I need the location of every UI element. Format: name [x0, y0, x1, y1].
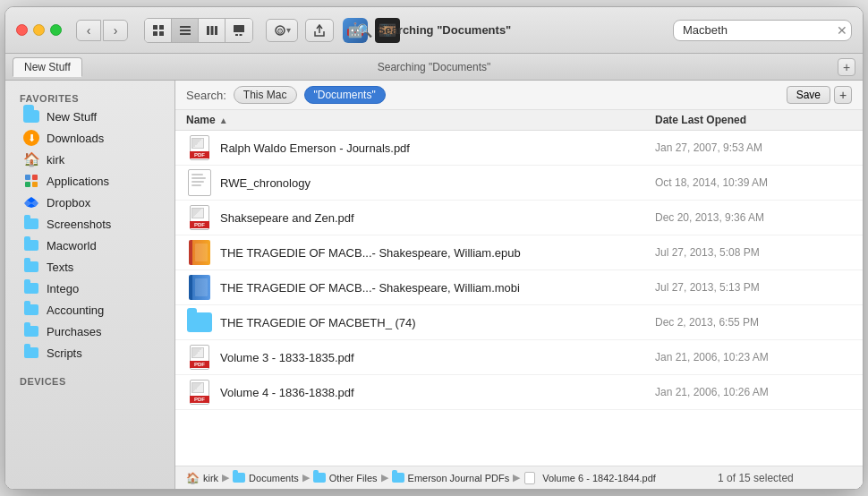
sidebar-item-scripts[interactable]: Scripts — [9, 342, 171, 363]
plus-button[interactable]: + — [834, 86, 852, 104]
file-list: PDF Ralph Waldo Emerson - Journals.pdf J… — [175, 131, 863, 466]
search-bar[interactable]: ✕ — [673, 20, 852, 41]
table-row[interactable]: THE TRAGEDIE OF MACBETH_ (74) Dec 2, 201… — [175, 305, 863, 340]
table-row[interactable]: THE TRAGEDIE OF MACB...- Shakespeare, Wi… — [175, 235, 863, 270]
search-label: Search: — [186, 89, 226, 102]
applications-icon — [23, 173, 39, 189]
file-date: Dec 2, 2013, 6:55 PM — [655, 316, 852, 329]
breadcrumb-documents-label: Documents — [249, 473, 299, 483]
sidebar-label-accounting: Accounting — [47, 304, 104, 317]
svg-rect-9 — [215, 26, 217, 35]
maximize-button[interactable] — [50, 24, 62, 36]
sidebar-item-new-stuff[interactable]: New Stuff — [9, 106, 171, 127]
minimize-button[interactable] — [33, 24, 45, 36]
breadcrumb-folder-icon-3 — [392, 473, 404, 483]
sidebar-item-downloads[interactable]: ⬇ Downloads — [9, 127, 171, 149]
gallery-view-button[interactable] — [226, 19, 252, 42]
column-date-header[interactable]: Date Last Opened — [655, 114, 852, 126]
file-icon-pdf: PDF — [186, 204, 213, 231]
home-icon: 🏠 — [23, 151, 39, 167]
share-button[interactable] — [305, 19, 334, 42]
svg-rect-21 — [32, 182, 38, 187]
sidebar-item-accounting[interactable]: Accounting — [9, 299, 171, 321]
table-row[interactable]: RWE_chronology Oct 18, 2014, 10:39 AM — [175, 166, 863, 201]
devices-label: Devices — [5, 371, 174, 389]
action-button[interactable]: ⚙ ▾ — [266, 19, 298, 42]
icon-view-button[interactable] — [145, 19, 172, 42]
sidebar-label-new-stuff: New Stuff — [47, 110, 97, 124]
breadcrumb-sep-4: ▶ — [513, 472, 520, 483]
file-date: Jan 27, 2007, 9:53 AM — [655, 141, 852, 154]
forward-button[interactable]: › — [103, 20, 128, 41]
svg-rect-4 — [180, 26, 191, 28]
close-button[interactable] — [16, 24, 28, 36]
svg-rect-20 — [25, 182, 30, 187]
scope-this-mac-button[interactable]: This Mac — [234, 86, 297, 104]
sidebar-label-kirk: kirk — [47, 153, 64, 167]
table-row[interactable]: PDF Shaksepeare and Zen.pdf Dec 20, 2013… — [175, 201, 863, 235]
column-name-header[interactable]: Name ▲ — [186, 114, 655, 126]
file-name: THE TRAGEDIE OF MACBETH_ (74) — [220, 316, 655, 329]
table-row[interactable]: PDF Ralph Waldo Emerson - Journals.pdf J… — [175, 131, 863, 166]
intego-folder-icon — [23, 280, 39, 296]
table-row[interactable]: THE TRAGEDIE OF MACB...- Shakespeare, Wi… — [175, 270, 863, 305]
sidebar-item-applications[interactable]: Applications — [9, 170, 171, 192]
search-clear-icon[interactable]: ✕ — [837, 23, 847, 38]
file-name: THE TRAGEDIE OF MACB...- Shakespeare, Wi… — [220, 246, 655, 260]
breadcrumb-volume6: Volume 6 - 1842-1844.pdf — [523, 471, 656, 485]
window-title: Searching "Documents" — [378, 23, 512, 37]
file-name: Ralph Waldo Emerson - Journals.pdf — [220, 141, 655, 155]
macworld-folder-icon — [23, 237, 39, 253]
title-area: 🔍 Searching "Documents" — [357, 23, 512, 38]
sidebar-item-kirk[interactable]: 🏠 kirk — [9, 149, 171, 170]
file-name: Volume 3 - 1833-1835.pdf — [220, 351, 655, 364]
folder-icon — [23, 108, 39, 124]
svg-rect-12 — [240, 34, 243, 36]
sidebar-item-purchases[interactable]: Purchases — [9, 321, 171, 342]
file-list-header: Name ▲ Date Last Opened — [175, 110, 863, 131]
back-button[interactable]: ‹ — [76, 20, 101, 41]
svg-rect-0 — [153, 25, 157, 30]
sidebar-item-intego[interactable]: Intego — [9, 278, 171, 299]
breadcrumb-sep-1: ▶ — [222, 472, 229, 483]
sidebar-item-texts[interactable]: Texts — [9, 256, 171, 278]
table-row[interactable]: PDF Volume 4 - 1836-1838.pdf Jan 21, 200… — [175, 375, 863, 410]
tabbar: New Stuff Searching "Documents" + — [5, 54, 863, 81]
status-count: 1 of 15 selected — [660, 472, 852, 484]
sidebar-label-screenshots: Screenshots — [47, 218, 111, 231]
searching-label: Searching "Documents" — [378, 61, 491, 73]
scope-documents-button[interactable]: "Documents" — [304, 86, 386, 104]
sidebar-item-dropbox[interactable]: Dropbox — [9, 192, 171, 213]
breadcrumb-sep-3: ▶ — [381, 472, 388, 483]
sidebar-item-screenshots[interactable]: Screenshots — [9, 213, 171, 235]
tab-new-stuff[interactable]: New Stuff — [13, 57, 82, 77]
search-input[interactable] — [683, 23, 833, 37]
file-icon-doc — [186, 169, 213, 196]
list-view-button[interactable] — [172, 19, 199, 42]
finder-window: ‹ › ⚙ ▾ 🤖 — [4, 6, 864, 490]
svg-rect-18 — [25, 175, 30, 180]
column-view-button[interactable] — [199, 19, 226, 42]
file-name: Volume 4 - 1836-1838.pdf — [220, 386, 655, 399]
breadcrumb-emerson: Emerson Journal PDFs — [392, 473, 510, 483]
svg-rect-5 — [180, 30, 191, 31]
save-button[interactable]: Save — [787, 86, 830, 104]
favorites-label: Favorites — [5, 88, 174, 106]
sidebar-item-macworld[interactable]: Macworld — [9, 235, 171, 256]
dropbox-icon — [23, 194, 39, 210]
scripts-folder-icon — [23, 345, 39, 361]
svg-rect-8 — [210, 26, 213, 35]
svg-rect-10 — [234, 25, 244, 32]
traffic-lights — [16, 24, 62, 36]
file-name: THE TRAGEDIE OF MACB...- Shakespeare, Wi… — [220, 281, 655, 295]
titlebar: ‹ › ⚙ ▾ 🤖 — [5, 7, 863, 54]
tab-add-button[interactable]: + — [838, 58, 855, 76]
sidebar-label-intego: Intego — [47, 282, 79, 295]
sidebar-label-purchases: Purchases — [47, 325, 101, 338]
file-date: Jul 27, 2013, 5:13 PM — [655, 281, 852, 294]
table-row[interactable]: PDF Volume 3 - 1833-1835.pdf Jan 21, 200… — [175, 340, 863, 375]
sidebar-label-applications: Applications — [47, 175, 109, 188]
sort-icon: ▲ — [219, 115, 228, 125]
file-date: Jul 27, 2013, 5:08 PM — [655, 246, 852, 259]
file-date: Jan 21, 2006, 10:26 AM — [655, 386, 852, 398]
